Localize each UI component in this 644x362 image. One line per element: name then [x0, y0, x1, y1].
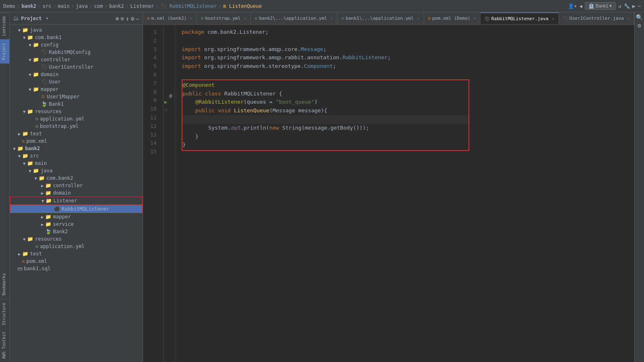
bc-listener[interactable]: Listener — [130, 3, 154, 9]
nav-back-icon[interactable]: ◀ — [579, 3, 582, 9]
tree-item-controller1[interactable]: ▼ 📁 controller — [10, 56, 143, 63]
code-line-5: import org.springframework.stereotype.Co… — [182, 62, 628, 71]
sidebar-label-leetcode[interactable]: Leetcode — [0, 12, 9, 39]
tree-item-bootstrap1[interactable]: ⚙ bootstrap.yml — [10, 123, 143, 130]
tree-item-user[interactable]: ⚫ User — [10, 78, 143, 86]
tree-item-rabbitmqconfig[interactable]: ⚫ RabbitMQConfig — [10, 49, 143, 56]
run-icon[interactable]: ▶ — [632, 3, 635, 9]
tab-user1controller[interactable]: ⚫ User1Controller.java ✕ — [559, 12, 634, 25]
tab-close-appyml1[interactable]: ✕ — [417, 16, 420, 21]
tab-close-mxml[interactable]: ✕ — [190, 16, 192, 21]
tree-item-rabbitmqlistener[interactable]: ⚫ RabbitMQListener — [10, 205, 143, 213]
tab-appyml-bank2[interactable]: ⚙ bank2\...\application.yml ✕ — [251, 12, 337, 25]
tree-item-test2[interactable]: ▶ 📁 test — [10, 250, 143, 258]
tree-item-test1[interactable]: ▶ 📁 test — [10, 130, 143, 137]
bc-main[interactable]: main — [58, 3, 69, 9]
tab-close-bootstrap[interactable]: ✕ — [244, 16, 246, 21]
tab-close-u1c[interactable]: ✕ — [627, 16, 630, 21]
tree-item-mapper2[interactable]: ▶ 📁 mapper — [10, 213, 143, 220]
collapse-all-icon[interactable]: ↕ — [126, 15, 129, 22]
tree-item-java2[interactable]: ▼ 📁 java — [10, 167, 143, 174]
tree-label-service: service — [53, 221, 74, 227]
expand-all-icon[interactable]: ≡ — [120, 15, 124, 22]
bc-listenqueue[interactable]: m ListenQueue — [223, 3, 262, 9]
tree-item-bank1sql[interactable]: 🗃 bank1.sql — [10, 265, 143, 272]
bookmark-gutter-icon[interactable]: @ — [169, 93, 172, 98]
tab-label-bootstrap: bootstrap.yml — [205, 16, 240, 21]
tab-bootstrap[interactable]: ⚙ bootstrap.yml ✕ — [197, 12, 251, 25]
tree-label-bank1: Bank1 — [49, 101, 64, 107]
tab-pomxml-demo[interactable]: m pom.xml (Demo) ✕ — [424, 12, 481, 25]
tab-close-pomdemo[interactable]: ✕ — [473, 16, 476, 21]
tree-item-service[interactable]: ▶ 📁 service — [10, 220, 143, 228]
tree-item-config[interactable]: ▼ 📁 config — [10, 41, 143, 49]
tree-item-listener[interactable]: ▼ 📁 Listener — [10, 197, 143, 205]
editor-area: m m.xml (bank2) ✕ ⚙ bootstrap.yml ✕ ⚙ ba… — [143, 12, 634, 362]
bc-bank2-pkg[interactable]: bank2 — [109, 3, 124, 9]
sidebar-label-aws[interactable]: AWS Toolkit — [0, 328, 9, 362]
tree-item-src[interactable]: ▼ 📁 src — [10, 152, 143, 160]
tree-item-domain2[interactable]: ▶ 📁 domain — [10, 189, 143, 197]
code-editor[interactable]: 1 2 3 4 5 6 7 8 9 10 11 12 13 14 15 — [143, 25, 634, 362]
sidebar-label-project[interactable]: Project — [0, 39, 9, 63]
tab-bar: m m.xml (bank2) ✕ ⚙ bootstrap.yml ✕ ⚙ ba… — [143, 12, 634, 25]
tree-item-appyml2[interactable]: ⚙ application.yml — [10, 243, 143, 250]
tree-label-src: src — [30, 153, 39, 159]
panel-dropdown-arrow[interactable]: ▾ — [46, 16, 49, 21]
spring-icon-bank1: 🍃 — [41, 101, 47, 107]
bc-rabbitlistener[interactable]: ⚫ RabbitMQListener — [160, 3, 217, 9]
tree-label-appyml1: application.yml — [40, 116, 84, 122]
bc-src[interactable]: src — [43, 3, 52, 9]
tree-item-resources2[interactable]: ▼ 📁 resources — [10, 235, 143, 243]
tree-item-mapper1[interactable]: ▼ 📁 mapper — [10, 86, 143, 93]
settings-icon[interactable]: ⚙ — [131, 15, 134, 22]
tree-item-user1mapper[interactable]: ① User1Mapper — [10, 93, 143, 100]
right-icon-2[interactable]: ⚙ — [637, 22, 641, 29]
tree-item-controller2[interactable]: ▶ 📁 controller — [10, 182, 143, 189]
tab-icon-pomdemo: m — [428, 16, 431, 21]
ln-13: 13 — [143, 131, 160, 139]
tab-label-appyml2: bank2\...\application.yml — [259, 16, 327, 21]
tree-item-bank2-spring[interactable]: 🍃 Bank2 — [10, 228, 143, 235]
tab-mxml[interactable]: m m.xml (bank2) ✕ — [143, 12, 197, 25]
tree-item-pomxml2[interactable]: m pom.xml — [10, 258, 143, 265]
user-icon[interactable]: 👤▾ — [568, 3, 577, 9]
sidebar-label-bookmarks[interactable]: Bookmarks — [0, 63, 9, 299]
tab-rabbitmqlistener[interactable]: ⚫ RabbitMQListener.java ✕ — [480, 12, 559, 25]
tree-item-java[interactable]: ▼ 📁 java — [10, 26, 143, 34]
tree-item-resources1[interactable]: ▼ 📁 resources — [10, 108, 143, 115]
tab-close-appyml2[interactable]: ✕ — [330, 16, 333, 21]
bank-selector[interactable]: 🏦 Bank1 ▾ — [585, 2, 616, 10]
sidebar-label-structure[interactable]: Structure — [0, 299, 9, 328]
tree-label-bank2-spring: Bank2 — [53, 229, 68, 234]
tree-item-appyml1[interactable]: ⚙ application.yml — [10, 115, 143, 123]
tab-close-rmql[interactable]: ✕ — [552, 16, 554, 21]
locate-icon[interactable]: ⊕ — [115, 15, 119, 22]
code-content[interactable]: package com.bank2.Listener; import org.s… — [175, 25, 634, 362]
bc-java[interactable]: java — [76, 3, 88, 9]
ln-15: 15 — [143, 148, 160, 156]
code-line-8: public class RabbitMQListener { — [182, 90, 469, 98]
ln-9: 9 — [143, 96, 160, 105]
tree-item-main[interactable]: ▼ 📁 main — [10, 160, 143, 167]
tree-item-domain1[interactable]: ▼ 📁 domain — [10, 71, 143, 78]
bc-demo[interactable]: Demo — [3, 3, 15, 9]
bc-com[interactable]: com — [94, 3, 103, 9]
tree-label-domain2: domain — [53, 190, 71, 196]
tree-item-user1controller[interactable]: ⚫ User1Controller — [10, 63, 143, 71]
tree-item-bank1[interactable]: 🍃 Bank1 — [10, 100, 143, 108]
run-gutter-icon[interactable]: ▶ — [164, 99, 167, 105]
more-icon[interactable]: ⋯ — [638, 3, 641, 9]
tree-label-combank1: com.bank1 — [35, 35, 62, 40]
right-icon-1[interactable]: 🔍 — [636, 14, 643, 21]
tab-appyml-bank1[interactable]: ⚙ bank1\...\application.yml ✕ — [337, 12, 424, 25]
tree-item-bank2-root[interactable]: ▼ 📁 bank2 — [10, 145, 143, 152]
ln-4: 4 — [143, 53, 160, 62]
hide-icon[interactable]: — — [136, 15, 139, 22]
build-icon[interactable]: 🔧 — [624, 3, 630, 9]
tree-item-combank2[interactable]: ▼ 📁 com.bank2 — [10, 174, 143, 182]
bc-bank2[interactable]: bank2 — [21, 3, 36, 9]
tree-item-combank1[interactable]: ▼ 📁 com.bank1 — [10, 34, 143, 41]
refresh-icon[interactable]: ↺ — [618, 3, 621, 9]
tree-item-pomxml1[interactable]: m pom.xml — [10, 137, 143, 145]
